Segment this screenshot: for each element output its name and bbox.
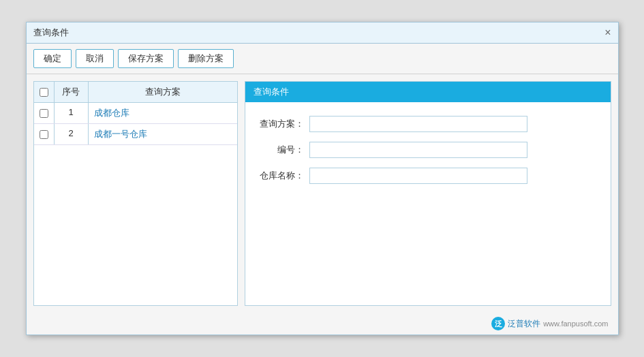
dialog-title: 查询条件 bbox=[33, 27, 69, 39]
label-warehouse-name: 仓库名称： bbox=[256, 170, 304, 182]
query-dialog: 查询条件 × 确定 取消 保存方案 删除方案 序号 查询方案 1 成都仓库 bbox=[26, 22, 619, 335]
right-panel-body: 查询方案： 编号： 仓库名称： bbox=[245, 102, 611, 198]
watermark: 泛 泛普软件 bbox=[491, 317, 540, 330]
right-panel: 查询条件 查询方案： 编号： 仓库名称： bbox=[245, 81, 611, 306]
row2-checkbox[interactable] bbox=[40, 130, 48, 139]
right-panel-header: 查询条件 bbox=[245, 82, 611, 102]
dialog-titlebar: 查询条件 × bbox=[27, 22, 618, 44]
form-row-code: 编号： bbox=[256, 142, 600, 158]
brand-url: www.fanpusoft.com bbox=[543, 320, 608, 328]
row2-name: 成都一号仓库 bbox=[89, 124, 237, 144]
row1-checkbox[interactable] bbox=[40, 109, 48, 118]
form-row-warehouse-name: 仓库名称： bbox=[256, 168, 600, 184]
brand-icon-text: 泛 bbox=[495, 319, 502, 329]
brand-logo-icon: 泛 bbox=[491, 317, 505, 330]
dialog-toolbar: 确定 取消 保存方案 删除方案 bbox=[27, 44, 618, 74]
input-query-plan[interactable] bbox=[309, 116, 527, 132]
left-panel: 序号 查询方案 1 成都仓库 2 成都一号仓库 bbox=[33, 81, 238, 306]
delete-plan-button[interactable]: 删除方案 bbox=[178, 49, 234, 68]
label-query-plan: 查询方案： bbox=[256, 118, 304, 130]
header-plan-cell: 查询方案 bbox=[89, 82, 237, 102]
row2-seq: 2 bbox=[55, 124, 89, 144]
label-code: 编号： bbox=[256, 144, 304, 156]
table-header: 序号 查询方案 bbox=[34, 82, 237, 103]
header-seq-cell: 序号 bbox=[55, 82, 89, 102]
dialog-footer: 泛 泛普软件 www.fanpusoft.com bbox=[27, 313, 618, 335]
brand-name: 泛普软件 bbox=[508, 318, 540, 330]
confirm-button[interactable]: 确定 bbox=[33, 49, 72, 68]
cancel-button[interactable]: 取消 bbox=[76, 49, 114, 68]
input-warehouse-name[interactable] bbox=[309, 168, 527, 184]
dialog-body: 序号 查询方案 1 成都仓库 2 成都一号仓库 查询条件 bbox=[27, 74, 618, 313]
input-code[interactable] bbox=[309, 142, 527, 158]
row1-name: 成都仓库 bbox=[89, 103, 237, 123]
save-plan-button[interactable]: 保存方案 bbox=[118, 49, 174, 68]
close-button[interactable]: × bbox=[604, 27, 611, 38]
row1-seq: 1 bbox=[55, 103, 89, 123]
table-row[interactable]: 1 成都仓库 bbox=[34, 103, 237, 124]
form-row-query-plan: 查询方案： bbox=[256, 116, 600, 132]
row2-checkbox-cell[interactable] bbox=[34, 124, 55, 144]
select-all-checkbox[interactable] bbox=[40, 88, 48, 97]
header-checkbox-cell[interactable] bbox=[34, 82, 55, 102]
row1-checkbox-cell[interactable] bbox=[34, 103, 55, 123]
table-row[interactable]: 2 成都一号仓库 bbox=[34, 124, 237, 145]
